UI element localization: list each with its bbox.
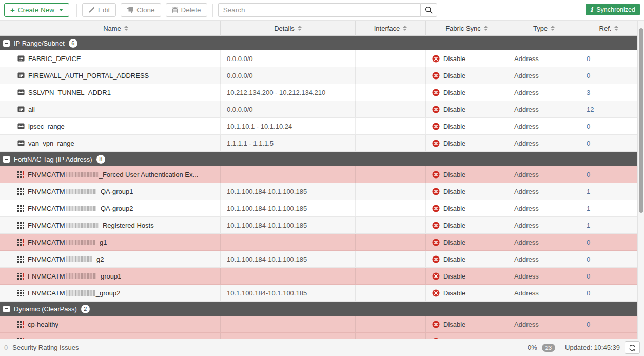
clone-button[interactable]: Clone [121,3,161,17]
ref-link[interactable]: 0 [587,171,590,179]
ref-link[interactable]: 3 [587,89,590,96]
fabric-sync-cell: Disable [426,84,508,101]
column-header-type[interactable]: Type [508,21,580,36]
row-select-cell[interactable] [0,217,11,233]
address-table: NameDetailsInterfaceFabric SyncTypeRef. … [0,21,644,339]
row-select-cell[interactable] [0,316,11,332]
delete-button[interactable]: Delete [166,3,207,17]
row-select-cell[interactable] [0,268,11,284]
interface-cell [356,200,426,216]
row-select-cell[interactable] [0,234,11,250]
row-select-cell[interactable] [0,183,11,200]
table-row[interactable]: van_vpn_range1.1.1.1 - 1.1.1.5DisableAdd… [0,135,637,152]
address-name: FNVMCATM_QA-group1 [28,188,133,195]
fabric-sync-cell: Disable [426,217,508,233]
ref-link[interactable]: 0 [587,289,590,297]
table-row[interactable]: FNVMCATM_g1DisableAddress0 [0,234,637,251]
ref-link[interactable]: 0 [587,140,590,147]
group-count-badge: 8 [96,155,105,164]
toolbar: +Create New Edit Clone Delete i Synchron… [0,0,644,21]
ref-link[interactable]: 0 [587,338,590,339]
collapse-icon[interactable] [3,156,10,163]
scrollbar-thumb[interactable] [639,28,643,213]
column-header-details[interactable]: Details [221,21,356,36]
ref-link[interactable]: 1 [587,188,590,195]
address-name: ipsec_range [28,123,65,130]
ref-link[interactable]: 0 [587,72,590,80]
ref-link[interactable]: 0 [587,55,590,63]
fabric-sync-label: Disable [443,72,465,80]
collapse-icon[interactable] [3,306,10,312]
refresh-button[interactable] [625,341,640,354]
fabric-sync-label: Disable [443,106,465,113]
clone-label: Clone [136,6,154,14]
table-row[interactable]: FNVMCATM_group1DisableAddress0 [0,268,637,285]
interface-cell [356,67,426,84]
ref-link[interactable]: 1 [587,205,590,212]
ref-cell: 3 [580,84,637,101]
table-row[interactable]: ipsec_range10.1.10.1 - 10.1.10.24Disable… [0,118,637,135]
table-row[interactable]: FNVMCATM_QA-group210.1.100.184-10.1.100.… [0,200,637,217]
interface-cell [356,101,426,117]
redacted-text [66,290,95,296]
table-row[interactable]: cp-infectedDisableAddress0 [0,333,637,339]
row-select-cell[interactable] [0,200,11,216]
table-row[interactable]: FNVMCATM_g210.1.100.184-10.1.100.185Disa… [0,251,637,268]
collapse-icon[interactable] [3,40,10,47]
vertical-scrollbar[interactable] [637,21,644,339]
table-row[interactable]: FNVMCATM_Registered Hosts10.1.100.184-10… [0,217,637,234]
synchronized-badge[interactable]: i Synchronized [586,4,640,15]
table-row[interactable]: FNVMCATM_QA-group110.1.100.184-10.1.100.… [0,183,637,200]
column-header-fabric-sync[interactable]: Fabric Sync [426,21,508,36]
row-select-cell[interactable] [0,50,11,67]
ref-link[interactable]: 0 [587,272,590,280]
ref-link[interactable]: 0 [587,255,590,263]
disable-icon [432,171,440,179]
ref-link[interactable]: 1 [587,222,590,229]
table-row[interactable]: FNVMCATM_Forced User Authentication Ex..… [0,166,637,183]
interface-cell [356,50,426,67]
sort-icon [298,26,302,31]
fortinac-tag-icon [17,290,24,296]
fortinac-tag-alert-icon [17,338,24,339]
security-rating-status[interactable]: 0 Security Rating Issues [4,344,79,351]
group-header-fortinac-tag-ip-address[interactable]: FortiNAC Tag (IP Address)8 [0,152,637,166]
address-objects-page: +Create New Edit Clone Delete i Synchron… [0,0,644,356]
disable-icon [432,338,440,339]
type-cell: Address [508,285,580,301]
group-header-ip-range-subnet[interactable]: IP Range/Subnet6 [0,36,637,50]
disable-icon [432,289,440,297]
table-row[interactable]: FIREWALL_AUTH_PORTAL_ADDRESS0.0.0.0/0Dis… [0,67,637,84]
row-select-cell[interactable] [0,285,11,301]
row-select-cell[interactable] [0,67,11,84]
ref-link[interactable]: 0 [587,239,590,246]
ref-link[interactable]: 0 [587,321,590,328]
table-row[interactable]: FABRIC_DEVICE0.0.0.0/0DisableAddress0 [0,50,637,67]
column-header-ref[interactable]: Ref. [580,21,637,36]
row-select-cell[interactable] [0,251,11,267]
edit-button[interactable]: Edit [82,3,116,17]
group-header-dynamic-clearpass[interactable]: Dynamic (ClearPass)2 [0,302,637,316]
row-select-cell[interactable] [0,84,11,101]
ref-link[interactable]: 12 [587,106,594,113]
row-select-cell[interactable] [0,166,11,183]
search-button[interactable] [420,3,437,17]
fabric-sync-label: Disable [443,205,465,212]
name-cell: FNVMCATM_QA-group1 [11,183,221,200]
ref-link[interactable]: 0 [587,123,590,130]
row-select-cell[interactable] [0,101,11,117]
table-row[interactable]: SSLVPN_TUNNEL_ADDR110.212.134.200 - 10.2… [0,84,637,101]
search-input[interactable] [218,3,420,17]
table-row[interactable]: all0.0.0.0/0DisableAddress12 [0,101,637,118]
row-select-cell[interactable] [0,135,11,151]
column-header-name[interactable]: Name [11,21,221,36]
column-header-interface[interactable]: Interface [356,21,426,36]
name-cell: cp-healthy [11,316,221,332]
table-row[interactable]: FNVMCATM_group210.1.100.184-10.1.100.185… [0,285,637,302]
row-select-cell[interactable] [0,118,11,134]
row-select-cell[interactable] [0,333,11,339]
disable-icon [432,55,440,63]
create-new-button[interactable]: +Create New [4,3,69,17]
group-label: Dynamic (ClearPass) [14,305,77,313]
table-row[interactable]: cp-healthyDisableAddress0 [0,316,637,333]
